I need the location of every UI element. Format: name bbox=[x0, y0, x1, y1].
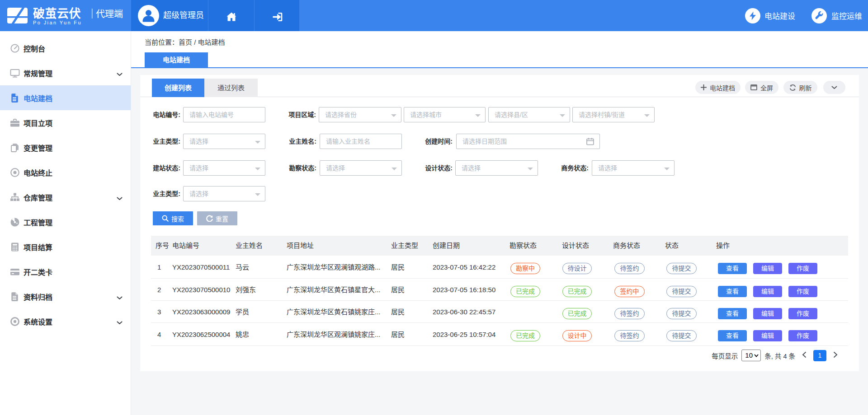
svg-text:Po Jian Yun Fu: Po Jian Yun Fu bbox=[33, 20, 82, 25]
svg-text:破茧云伏: 破茧云伏 bbox=[33, 7, 81, 20]
svg-text:代理端: 代理端 bbox=[96, 9, 123, 19]
